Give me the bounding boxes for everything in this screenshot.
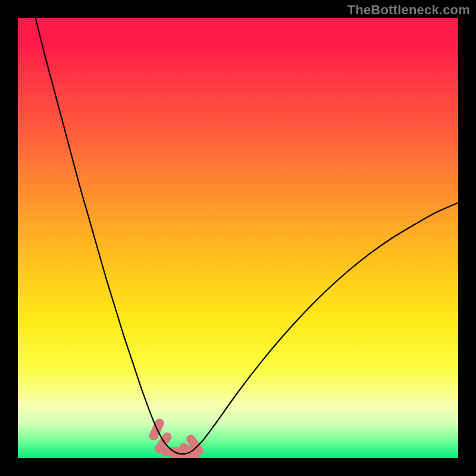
chart-frame: TheBottleneck.com [0,0,476,476]
bottleneck-curve [36,18,458,454]
watermark-text: TheBottleneck.com [347,2,470,18]
plot-svg [18,18,458,458]
valley-marker [159,437,167,449]
plot-area [18,18,458,458]
